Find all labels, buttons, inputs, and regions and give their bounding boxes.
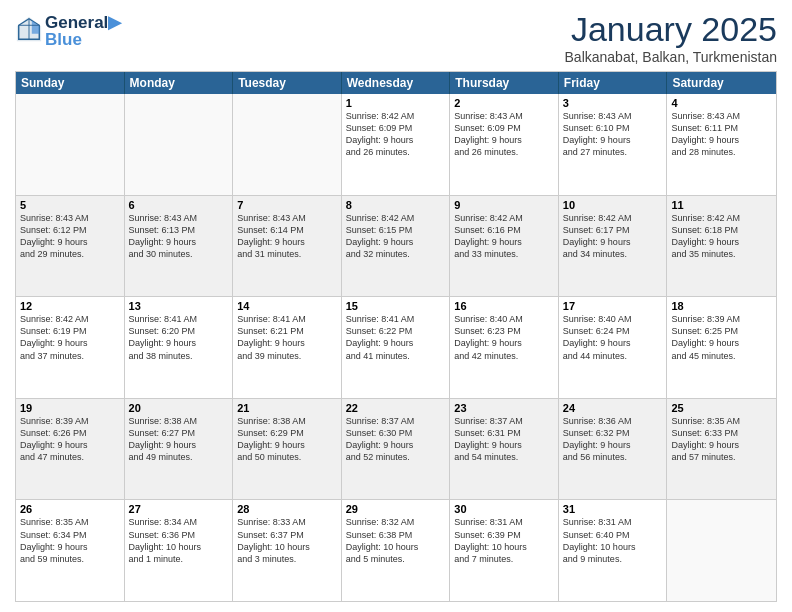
calendar-header: SundayMondayTuesdayWednesdayThursdayFrid…	[16, 72, 776, 94]
day-number: 6	[129, 199, 229, 211]
logo-icon	[15, 15, 43, 43]
day-cell-3: 3Sunrise: 8:43 AM Sunset: 6:10 PM Daylig…	[559, 94, 668, 195]
day-number: 21	[237, 402, 337, 414]
day-number: 10	[563, 199, 663, 211]
day-number: 1	[346, 97, 446, 109]
day-cell-4: 4Sunrise: 8:43 AM Sunset: 6:11 PM Daylig…	[667, 94, 776, 195]
day-number: 5	[20, 199, 120, 211]
day-info: Sunrise: 8:42 AM Sunset: 6:09 PM Dayligh…	[346, 110, 446, 159]
day-number: 28	[237, 503, 337, 515]
weekday-header-saturday: Saturday	[667, 72, 776, 94]
day-number: 9	[454, 199, 554, 211]
day-info: Sunrise: 8:40 AM Sunset: 6:24 PM Dayligh…	[563, 313, 663, 362]
day-number: 11	[671, 199, 772, 211]
day-info: Sunrise: 8:38 AM Sunset: 6:29 PM Dayligh…	[237, 415, 337, 464]
day-number: 17	[563, 300, 663, 312]
calendar-row-1: 5Sunrise: 8:43 AM Sunset: 6:12 PM Daylig…	[16, 195, 776, 297]
day-info: Sunrise: 8:38 AM Sunset: 6:27 PM Dayligh…	[129, 415, 229, 464]
day-cell-11: 11Sunrise: 8:42 AM Sunset: 6:18 PM Dayli…	[667, 196, 776, 297]
day-info: Sunrise: 8:42 AM Sunset: 6:15 PM Dayligh…	[346, 212, 446, 261]
day-cell-24: 24Sunrise: 8:36 AM Sunset: 6:32 PM Dayli…	[559, 399, 668, 500]
day-cell-21: 21Sunrise: 8:38 AM Sunset: 6:29 PM Dayli…	[233, 399, 342, 500]
day-number: 7	[237, 199, 337, 211]
calendar-row-0: 1Sunrise: 8:42 AM Sunset: 6:09 PM Daylig…	[16, 94, 776, 195]
day-info: Sunrise: 8:41 AM Sunset: 6:21 PM Dayligh…	[237, 313, 337, 362]
day-cell-22: 22Sunrise: 8:37 AM Sunset: 6:30 PM Dayli…	[342, 399, 451, 500]
day-number: 31	[563, 503, 663, 515]
day-info: Sunrise: 8:42 AM Sunset: 6:16 PM Dayligh…	[454, 212, 554, 261]
day-cell-14: 14Sunrise: 8:41 AM Sunset: 6:21 PM Dayli…	[233, 297, 342, 398]
empty-cell-0-0	[16, 94, 125, 195]
day-info: Sunrise: 8:42 AM Sunset: 6:17 PM Dayligh…	[563, 212, 663, 261]
day-cell-31: 31Sunrise: 8:31 AM Sunset: 6:40 PM Dayli…	[559, 500, 668, 601]
day-info: Sunrise: 8:42 AM Sunset: 6:19 PM Dayligh…	[20, 313, 120, 362]
logo-line2: Blue	[45, 31, 121, 48]
day-info: Sunrise: 8:43 AM Sunset: 6:12 PM Dayligh…	[20, 212, 120, 261]
calendar-row-2: 12Sunrise: 8:42 AM Sunset: 6:19 PM Dayli…	[16, 296, 776, 398]
day-info: Sunrise: 8:41 AM Sunset: 6:20 PM Dayligh…	[129, 313, 229, 362]
day-cell-6: 6Sunrise: 8:43 AM Sunset: 6:13 PM Daylig…	[125, 196, 234, 297]
weekday-header-thursday: Thursday	[450, 72, 559, 94]
day-number: 27	[129, 503, 229, 515]
day-info: Sunrise: 8:33 AM Sunset: 6:37 PM Dayligh…	[237, 516, 337, 565]
day-number: 14	[237, 300, 337, 312]
day-number: 19	[20, 402, 120, 414]
day-cell-27: 27Sunrise: 8:34 AM Sunset: 6:36 PM Dayli…	[125, 500, 234, 601]
day-cell-18: 18Sunrise: 8:39 AM Sunset: 6:25 PM Dayli…	[667, 297, 776, 398]
day-cell-17: 17Sunrise: 8:40 AM Sunset: 6:24 PM Dayli…	[559, 297, 668, 398]
day-info: Sunrise: 8:43 AM Sunset: 6:14 PM Dayligh…	[237, 212, 337, 261]
day-info: Sunrise: 8:43 AM Sunset: 6:09 PM Dayligh…	[454, 110, 554, 159]
day-info: Sunrise: 8:36 AM Sunset: 6:32 PM Dayligh…	[563, 415, 663, 464]
location: Balkanabat, Balkan, Turkmenistan	[565, 49, 777, 65]
day-number: 12	[20, 300, 120, 312]
day-info: Sunrise: 8:31 AM Sunset: 6:39 PM Dayligh…	[454, 516, 554, 565]
logo-line1: General▶	[45, 14, 121, 31]
day-number: 29	[346, 503, 446, 515]
weekday-header-wednesday: Wednesday	[342, 72, 451, 94]
calendar-row-4: 26Sunrise: 8:35 AM Sunset: 6:34 PM Dayli…	[16, 499, 776, 601]
day-info: Sunrise: 8:41 AM Sunset: 6:22 PM Dayligh…	[346, 313, 446, 362]
day-info: Sunrise: 8:34 AM Sunset: 6:36 PM Dayligh…	[129, 516, 229, 565]
day-number: 30	[454, 503, 554, 515]
day-info: Sunrise: 8:39 AM Sunset: 6:25 PM Dayligh…	[671, 313, 772, 362]
weekday-header-friday: Friday	[559, 72, 668, 94]
calendar-body: 1Sunrise: 8:42 AM Sunset: 6:09 PM Daylig…	[16, 94, 776, 601]
day-number: 13	[129, 300, 229, 312]
day-cell-20: 20Sunrise: 8:38 AM Sunset: 6:27 PM Dayli…	[125, 399, 234, 500]
empty-cell-0-2	[233, 94, 342, 195]
day-number: 18	[671, 300, 772, 312]
calendar-row-3: 19Sunrise: 8:39 AM Sunset: 6:26 PM Dayli…	[16, 398, 776, 500]
day-cell-28: 28Sunrise: 8:33 AM Sunset: 6:37 PM Dayli…	[233, 500, 342, 601]
day-cell-16: 16Sunrise: 8:40 AM Sunset: 6:23 PM Dayli…	[450, 297, 559, 398]
day-cell-1: 1Sunrise: 8:42 AM Sunset: 6:09 PM Daylig…	[342, 94, 451, 195]
day-number: 24	[563, 402, 663, 414]
empty-cell-4-6	[667, 500, 776, 601]
weekday-header-sunday: Sunday	[16, 72, 125, 94]
day-cell-15: 15Sunrise: 8:41 AM Sunset: 6:22 PM Dayli…	[342, 297, 451, 398]
day-number: 25	[671, 402, 772, 414]
day-cell-8: 8Sunrise: 8:42 AM Sunset: 6:15 PM Daylig…	[342, 196, 451, 297]
title-block: January 2025 Balkanabat, Balkan, Turkmen…	[565, 10, 777, 65]
page: General▶ Blue January 2025 Balkanabat, B…	[0, 0, 792, 612]
day-cell-10: 10Sunrise: 8:42 AM Sunset: 6:17 PM Dayli…	[559, 196, 668, 297]
day-cell-25: 25Sunrise: 8:35 AM Sunset: 6:33 PM Dayli…	[667, 399, 776, 500]
day-info: Sunrise: 8:31 AM Sunset: 6:40 PM Dayligh…	[563, 516, 663, 565]
day-cell-23: 23Sunrise: 8:37 AM Sunset: 6:31 PM Dayli…	[450, 399, 559, 500]
day-info: Sunrise: 8:32 AM Sunset: 6:38 PM Dayligh…	[346, 516, 446, 565]
day-info: Sunrise: 8:37 AM Sunset: 6:31 PM Dayligh…	[454, 415, 554, 464]
day-info: Sunrise: 8:35 AM Sunset: 6:34 PM Dayligh…	[20, 516, 120, 565]
day-cell-19: 19Sunrise: 8:39 AM Sunset: 6:26 PM Dayli…	[16, 399, 125, 500]
day-number: 22	[346, 402, 446, 414]
day-cell-2: 2Sunrise: 8:43 AM Sunset: 6:09 PM Daylig…	[450, 94, 559, 195]
day-info: Sunrise: 8:43 AM Sunset: 6:13 PM Dayligh…	[129, 212, 229, 261]
day-info: Sunrise: 8:43 AM Sunset: 6:11 PM Dayligh…	[671, 110, 772, 159]
day-info: Sunrise: 8:40 AM Sunset: 6:23 PM Dayligh…	[454, 313, 554, 362]
day-cell-29: 29Sunrise: 8:32 AM Sunset: 6:38 PM Dayli…	[342, 500, 451, 601]
day-info: Sunrise: 8:42 AM Sunset: 6:18 PM Dayligh…	[671, 212, 772, 261]
day-cell-12: 12Sunrise: 8:42 AM Sunset: 6:19 PM Dayli…	[16, 297, 125, 398]
calendar: SundayMondayTuesdayWednesdayThursdayFrid…	[15, 71, 777, 602]
day-cell-30: 30Sunrise: 8:31 AM Sunset: 6:39 PM Dayli…	[450, 500, 559, 601]
day-number: 15	[346, 300, 446, 312]
day-number: 20	[129, 402, 229, 414]
day-info: Sunrise: 8:37 AM Sunset: 6:30 PM Dayligh…	[346, 415, 446, 464]
